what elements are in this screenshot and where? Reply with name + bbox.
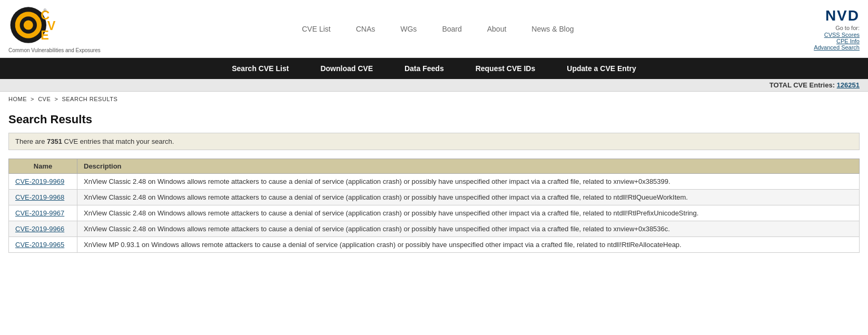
nav-about[interactable]: About [487, 25, 507, 33]
breadcrumb-current: SEARCH RESULTS [62, 96, 117, 102]
cve-description-cell: XnView Classic 2.48 on Windows allows re… [77, 205, 860, 221]
nav-wgs[interactable]: WGs [400, 25, 417, 33]
page-title: Search Results [8, 113, 860, 126]
cve-id-cell: CVE-2019-9968 [9, 190, 77, 205]
logo-tagline: Common Vulnerabilities and Exposures [8, 47, 101, 53]
svg-point-11 [42, 23, 45, 27]
table-row: CVE-2019-9969XnView Classic 2.48 on Wind… [9, 174, 860, 190]
table-row: CVE-2019-9966XnView Classic 2.48 on Wind… [9, 221, 860, 237]
cve-id-cell: CVE-2019-9965 [9, 237, 77, 253]
svg-text:E: E [41, 28, 49, 42]
toolbar-download-cve[interactable]: Download CVE [320, 64, 373, 73]
cve-id-link[interactable]: CVE-2019-9968 [15, 193, 64, 201]
table-row: CVE-2019-9965XnView MP 0.93.1 on Windows… [9, 237, 860, 253]
breadcrumb-cve[interactable]: CVE [38, 96, 51, 102]
black-toolbar: Search CVE List Download CVE Data Feeds … [0, 58, 868, 79]
cve-id-link[interactable]: CVE-2019-9965 [15, 241, 64, 249]
results-info-suffix: CVE entries that match your search. [62, 137, 174, 145]
total-count[interactable]: 126251 [837, 81, 860, 89]
nvd-logo: NVD [775, 7, 860, 24]
nav-cve-list[interactable]: CVE List [302, 25, 330, 33]
nav-cnas[interactable]: CNAs [356, 25, 376, 33]
cve-table: Name Description CVE-2019-9969XnView Cla… [8, 159, 860, 253]
cve-description-cell: XnView MP 0.93.1 on Windows allows remot… [77, 237, 860, 253]
table-row: CVE-2019-9967XnView Classic 2.48 on Wind… [9, 205, 860, 221]
toolbar-update-entry[interactable]: Update a CVE Entry [567, 64, 636, 73]
col-header-description: Description [77, 159, 860, 174]
total-label: TOTAL CVE Entries: [770, 81, 835, 89]
cve-id-cell: CVE-2019-9966 [9, 221, 77, 237]
results-info: There are 7351 CVE entries that match yo… [8, 133, 860, 150]
cve-id-cell: CVE-2019-9967 [9, 205, 77, 221]
cve-description-cell: XnView Classic 2.48 on Windows allows re… [77, 221, 860, 237]
top-nav: CVE List CNAs WGs Board About News & Blo… [101, 25, 775, 33]
cve-id-link[interactable]: CVE-2019-9967 [15, 209, 64, 217]
cve-description-cell: XnView Classic 2.48 on Windows allows re… [77, 190, 860, 205]
svg-point-9 [26, 38, 30, 42]
nvd-cpe-link[interactable]: CPE Info [775, 38, 860, 44]
cve-logo: C V E ® [8, 4, 56, 46]
nav-news-blog[interactable]: News & Blog [531, 25, 574, 33]
nvd-links: CVSS Scores CPE Info Advanced Search [775, 32, 860, 51]
top-header: C V E ® Common Vulnerabilities and Expos… [0, 0, 868, 58]
cve-id-cell: CVE-2019-9969 [9, 174, 77, 190]
nvd-cvss-link[interactable]: CVSS Scores [775, 32, 860, 38]
breadcrumb-home[interactable]: HOME [8, 96, 27, 102]
cve-description-cell: XnView Classic 2.48 on Windows allows re… [77, 174, 860, 190]
results-info-prefix: There are [15, 137, 47, 145]
nav-board[interactable]: Board [442, 25, 461, 33]
results-count: 7351 [47, 137, 62, 145]
logo-area: C V E ® Common Vulnerabilities and Expos… [8, 4, 101, 53]
svg-point-8 [26, 8, 30, 12]
breadcrumb: HOME > CVE > SEARCH RESULTS [0, 92, 868, 106]
nvd-area: NVD Go to for: CVSS Scores CPE Info Adva… [775, 7, 860, 51]
main-content: Search Results There are 7351 CVE entrie… [0, 106, 868, 259]
nvd-goto-label: Go to for: [835, 25, 860, 31]
toolbar-request-ids[interactable]: Request CVE IDs [476, 64, 536, 73]
toolbar-data-feeds[interactable]: Data Feeds [405, 64, 444, 73]
svg-text:®: ® [44, 8, 47, 13]
total-bar: TOTAL CVE Entries: 126251 [0, 79, 868, 92]
cve-id-link[interactable]: CVE-2019-9966 [15, 225, 64, 233]
svg-point-3 [24, 21, 33, 30]
col-header-name: Name [9, 159, 77, 174]
svg-point-10 [11, 23, 15, 27]
table-row: CVE-2019-9968XnView Classic 2.48 on Wind… [9, 190, 860, 205]
toolbar-search-cve[interactable]: Search CVE List [232, 64, 289, 73]
cve-id-link[interactable]: CVE-2019-9969 [15, 178, 64, 185]
nvd-advanced-search-link[interactable]: Advanced Search [775, 44, 860, 51]
